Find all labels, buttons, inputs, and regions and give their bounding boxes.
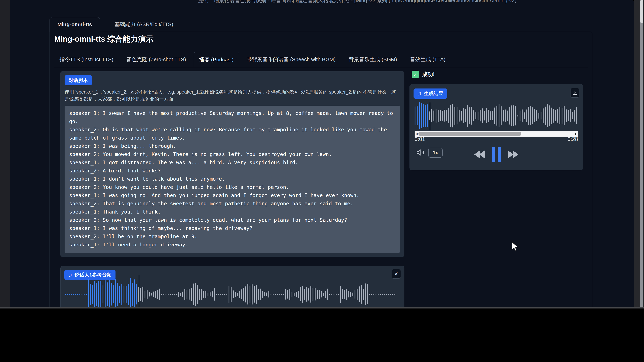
waveform-bar — [174, 294, 175, 295]
waveform-bar — [266, 292, 267, 296]
reference-playhead[interactable] — [138, 275, 139, 307]
pause-button[interactable] — [492, 147, 501, 162]
waveform-bar — [65, 294, 66, 295]
scrollbar-thumb[interactable] — [418, 132, 521, 136]
tab-ming-omni-tts[interactable]: Ming-omni-tts — [50, 17, 100, 32]
page-scrollbar[interactable] — [640, 0, 643, 307]
waveform-bar — [570, 109, 571, 122]
waveform-bar — [450, 105, 451, 127]
waveform-bar — [386, 294, 387, 295]
waveform-scrollbar[interactable]: ◂ ▸ — [414, 131, 578, 137]
waveform-bar — [354, 290, 356, 299]
waveform-bar — [425, 105, 426, 127]
waveform-bar — [166, 294, 166, 295]
mouse-cursor — [511, 242, 518, 252]
waveform-bar — [203, 291, 204, 298]
waveform-bar — [436, 109, 436, 123]
waveform-bar — [310, 286, 311, 303]
waveform-bar — [155, 291, 156, 298]
subtab-tta[interactable]: 音效生成 (TTA) — [405, 52, 451, 67]
waveform-bar — [298, 291, 299, 298]
waveform-bar — [195, 283, 196, 306]
waveform-bar — [574, 110, 575, 121]
waveform-bar — [417, 106, 418, 125]
generated-result-badge-label: 生成结果 — [424, 90, 444, 97]
waveform-bar — [302, 286, 303, 303]
scrollbar-right-arrow[interactable]: ▸ — [575, 132, 577, 135]
waveform-bar — [252, 284, 252, 305]
waveform-bar — [456, 107, 458, 124]
result-waveform[interactable] — [414, 102, 578, 129]
waveform-bar — [176, 294, 177, 295]
waveform-bar — [390, 294, 391, 295]
waveform-bar — [467, 105, 468, 127]
waveform-bar — [526, 109, 527, 122]
waveform-bar — [208, 293, 208, 296]
download-button[interactable] — [570, 88, 580, 98]
waveform-bar — [321, 291, 322, 298]
waveform-bar — [543, 108, 544, 123]
waveform-bar — [327, 289, 328, 300]
waveform-bar — [444, 110, 445, 121]
waveform-bar — [113, 285, 114, 303]
waveform-bar — [315, 288, 316, 301]
waveform-bar — [501, 106, 502, 125]
subtab-speech-bgm[interactable]: 带背景音乐的语音 (Speech with BGM) — [242, 52, 341, 67]
waveform-bar — [323, 293, 324, 296]
subtab-podcast[interactable]: 播客 (Podcast) — [194, 52, 239, 67]
fast-forward-icon[interactable] — [507, 149, 519, 159]
waveform-bar — [210, 292, 210, 296]
waveform-bar — [178, 292, 179, 297]
rewind-icon[interactable] — [474, 149, 486, 159]
waveform-bar — [507, 110, 508, 121]
dialog-script-panel: 对话脚本 使用 'speaker_1:', 'speaker_2:' 区分不同说… — [60, 71, 404, 257]
waveform-bar — [423, 104, 424, 127]
waveform-bar — [134, 280, 135, 307]
waveform-bar — [414, 106, 416, 125]
close-button[interactable]: ✕ — [392, 269, 401, 279]
waveform-bar — [566, 109, 567, 122]
waveform-bar — [553, 109, 554, 123]
waveform-bar — [237, 293, 238, 296]
waveform-bar — [199, 289, 200, 300]
waveform-bar — [279, 294, 280, 295]
waveform-bar — [122, 284, 122, 305]
waveform-bar — [224, 294, 225, 295]
waveform-bar — [290, 289, 290, 300]
waveform-bar — [258, 289, 259, 300]
reference-waveform[interactable] — [65, 282, 400, 307]
waveform-bar — [264, 292, 265, 296]
result-playhead[interactable] — [430, 102, 430, 130]
waveform-bar — [540, 112, 542, 120]
dialog-script-badge: 对话脚本 — [64, 75, 92, 85]
waveform-bar — [365, 284, 366, 305]
speaker1-reference-badge: ♫ 说话人1参考音频 — [64, 270, 116, 280]
waveform-bar — [564, 106, 564, 125]
waveform-bar — [153, 292, 154, 297]
tab-basic-abilities[interactable]: 基础能力 (ASR/Edit/TTS) — [107, 17, 181, 32]
waveform-bar — [186, 290, 188, 299]
waveform-bar — [84, 294, 84, 295]
subtab-instruct-tts[interactable]: 指令TTS (Instruct TTS) — [54, 52, 119, 67]
subtab-bgm[interactable]: 背景音乐生成 (BGM) — [343, 52, 402, 67]
subtab-zero-shot-tts[interactable]: 音色克隆 (Zero-shot TTS) — [121, 52, 191, 67]
waveform-bar — [168, 294, 168, 295]
waveform-bar — [461, 111, 462, 121]
waveform-bar — [241, 289, 242, 299]
time-row: 0:01 0:28 — [414, 136, 578, 142]
waveform-bar — [281, 294, 282, 295]
waveform-bar — [484, 111, 485, 120]
waveform-bar — [304, 289, 305, 300]
waveform-bar — [534, 109, 535, 122]
dialog-script-textarea[interactable]: speaker_1: I swear I have the most produ… — [64, 106, 400, 253]
waveform-bar — [306, 287, 307, 302]
music-note-icon: ♫ — [68, 272, 72, 278]
waveform-bar — [193, 284, 194, 305]
desktop-right-strip — [634, 0, 644, 307]
scrollbar-left-arrow[interactable]: ◂ — [416, 132, 418, 135]
waveform-bar — [296, 292, 296, 297]
waveform-bar — [338, 294, 338, 295]
page-scrollbar-thumb[interactable] — [640, 0, 643, 23]
waveform-bar — [380, 294, 380, 295]
waveform-bar — [82, 294, 82, 295]
